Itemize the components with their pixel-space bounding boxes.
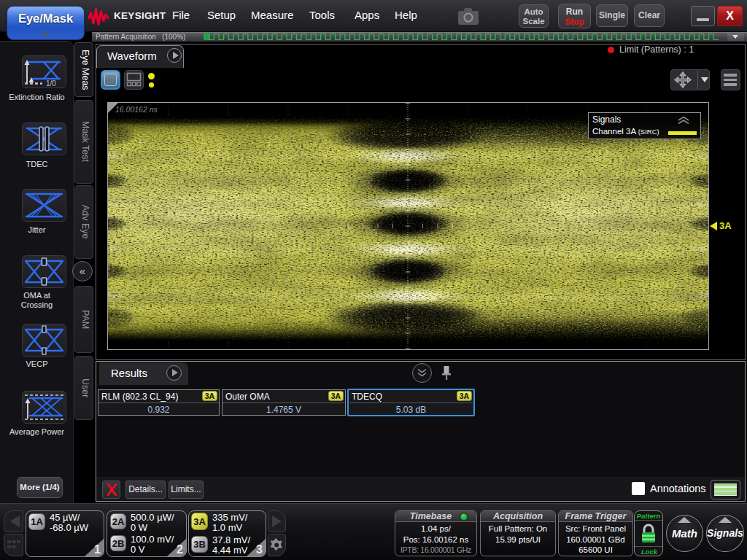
svg-text:1/0: 1/0	[46, 79, 56, 88]
